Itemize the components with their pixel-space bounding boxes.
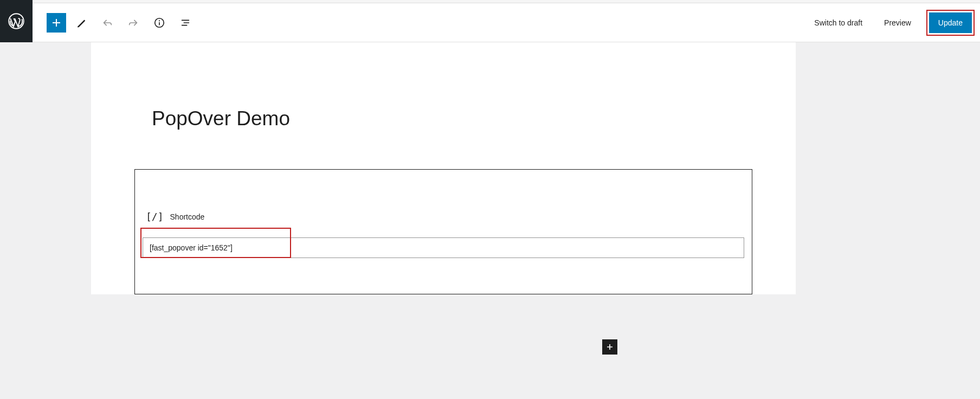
toolbar-left-group bbox=[47, 12, 196, 34]
info-icon bbox=[153, 17, 165, 29]
switch-to-draft-button[interactable]: Switch to draft bbox=[808, 13, 869, 33]
redo-button[interactable] bbox=[122, 12, 144, 34]
shortcode-icon: [/] bbox=[146, 211, 164, 222]
shortcode-input[interactable] bbox=[143, 237, 744, 258]
add-block-inline-button[interactable] bbox=[602, 339, 617, 355]
plus-icon bbox=[604, 342, 615, 352]
update-highlight: Update bbox=[926, 10, 975, 36]
plus-icon bbox=[50, 16, 63, 29]
shortcode-block[interactable]: [/] Shortcode bbox=[134, 169, 752, 294]
list-outline-icon bbox=[179, 17, 191, 29]
svg-point-2 bbox=[159, 20, 160, 21]
toolbar-right-group: Switch to draft Preview Update bbox=[808, 10, 975, 36]
block-label-text: Shortcode bbox=[170, 213, 205, 221]
block-label-row: [/] Shortcode bbox=[146, 211, 744, 222]
wordpress-logo-icon bbox=[8, 13, 24, 29]
redo-icon bbox=[127, 17, 139, 29]
editor-canvas: PopOver Demo [/] Shortcode bbox=[91, 42, 796, 294]
preview-button[interactable]: Preview bbox=[878, 13, 918, 33]
pencil-icon bbox=[75, 17, 87, 29]
post-title[interactable]: PopOver Demo bbox=[91, 107, 796, 130]
edit-tool-button[interactable] bbox=[70, 12, 92, 34]
details-button[interactable] bbox=[149, 12, 170, 34]
undo-button[interactable] bbox=[96, 12, 118, 34]
undo-icon bbox=[101, 17, 113, 29]
shortcode-input-wrapper bbox=[143, 237, 744, 258]
outline-button[interactable] bbox=[175, 12, 196, 34]
update-button[interactable]: Update bbox=[929, 12, 972, 33]
add-block-button[interactable] bbox=[47, 13, 66, 33]
editor-toolbar: Switch to draft Preview Update bbox=[33, 3, 980, 42]
wp-admin-bar[interactable] bbox=[0, 0, 33, 42]
